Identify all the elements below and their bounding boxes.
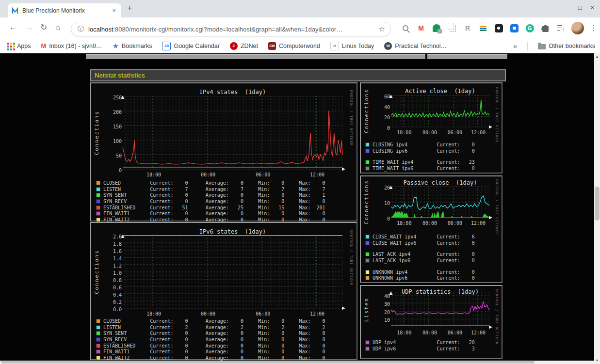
rrdtool-watermark: RRDTOOL / TOBI OETIKER [349, 230, 353, 285]
x-tick-label: 12:00 [468, 130, 489, 135]
y-tick-label: 2.0 [101, 234, 122, 239]
legend-row: CLOSED Current: 0 Average: 0 Min: 0 Max:… [96, 318, 325, 324]
scroll-up-icon[interactable]: ▲ [594, 53, 600, 60]
legend-row: SYN_SENT Current: 0 Average: 0 Min: 0 Ma… [96, 192, 325, 198]
x-tick-label: 00:00 [197, 311, 219, 317]
home-icon[interactable]: ⌂ [55, 23, 60, 32]
page-content: Netstat statistics IPv4 states (1day) Co… [0, 53, 600, 364]
y-tick-label: 20 [370, 115, 390, 120]
y-tick-label: 0.4 [101, 292, 122, 298]
legend-row: LISTEN Current: 2 Average: 2 Min: 2 Max:… [96, 324, 325, 331]
browser-window: Blue Precision Monitorix × + — □ × ← → ↻… [0, 0, 600, 364]
search-extension-icon[interactable] [401, 23, 410, 33]
maximize-button[interactable]: □ [578, 4, 582, 11]
legend-text: CLOSED Current: 0 Average: 0 Min: 0 Max:… [103, 180, 325, 186]
bookmark-bookmarks[interactable]: ★Bookmarks [112, 42, 152, 50]
password-manager-extension-icon[interactable] [494, 23, 503, 33]
bookmarks-overflow-chevron[interactable]: » [513, 42, 517, 50]
legend-text: SYN_SENT Current: 0 Average: 0 Min: 0 Ma… [103, 192, 325, 198]
horizontal-scrollbar-thumb[interactable] [1, 361, 535, 364]
bookmark-inbox[interactable]: MInbox (16) - sjvn0… [41, 42, 102, 49]
new-tab-button[interactable]: + [127, 3, 132, 14]
vertical-scrollbar-thumb[interactable] [595, 187, 600, 221]
forward-icon[interactable]: → [25, 23, 33, 32]
legend-color-swatch [96, 218, 100, 222]
legend-color-swatch [365, 235, 370, 239]
legend-text: SYN_SENT Current: 0 Average: 0 Min: 0 Ma… [103, 331, 325, 336]
y-tick-label: 30 [370, 301, 390, 307]
kebab-menu-icon[interactable]: ⋮ [590, 24, 597, 32]
site-info-icon[interactable]: ⓘ [78, 25, 84, 33]
tab-close-icon[interactable]: × [111, 7, 117, 14]
hangouts-extension-icon[interactable]: ? [432, 23, 441, 33]
r-extension-icon[interactable]: R [463, 23, 472, 33]
tab-strip: Blue Precision Monitorix × + — □ × [0, 0, 600, 17]
legend-color-swatch [96, 193, 100, 197]
y-tick-label: 250 [101, 95, 122, 100]
grammarly-extension-icon[interactable]: G [525, 23, 535, 33]
legend-color-swatch [96, 319, 100, 323]
legend-text: LISTEN Current: 7 Average: 7 Min: 7 Max:… [103, 187, 325, 192]
other-bookmarks[interactable]: Other bookmarks [538, 43, 595, 49]
legend-text: UNKNOWN ipv4 Current: 0 [373, 269, 475, 275]
back-icon[interactable]: ← [9, 23, 17, 32]
legend-text: TIME_WAIT ipv4 Current: 23 [373, 159, 475, 165]
legend-text: ESTABLISHED Current: 51 Average: 25 Min:… [103, 205, 325, 210]
legend-row: CLOSING ipv6 Current: 0 [365, 148, 475, 154]
profile-avatar[interactable] [571, 22, 584, 34]
x-tick-label: 18:00 [143, 311, 164, 317]
browser-tab[interactable]: Blue Precision Monitorix × [8, 3, 121, 17]
meet-extension-icon[interactable] [509, 23, 519, 33]
gmail-m-icon: M [41, 42, 47, 49]
bookmark-linux-today[interactable]: ltLinux Today [330, 42, 374, 50]
y-tick-label: 1.2 [101, 263, 122, 269]
rrdtool-watermark: RRDTOOL / TOBI OETIKER [495, 87, 499, 143]
y-tick-label: 200 [101, 110, 122, 115]
legend-text: UDP ipv6 Current: 3 [373, 346, 475, 351]
dark-bulb-icon [495, 24, 503, 32]
extensions-puzzle-icon[interactable] [540, 23, 550, 33]
y-tick-label: 50 [101, 153, 122, 158]
legend-text: FIN_WAIT1 Current: 0 Average: 0 Min: 0 M… [103, 211, 325, 216]
scroll-down-icon[interactable]: ▼ [594, 357, 600, 364]
previous-section-border [86, 54, 425, 59]
ipv6-legend: CLOSED Current: 0 Average: 0 Min: 0 Max:… [96, 318, 325, 361]
address-bar[interactable]: ⓘ localhost:8080/monitorix-cgi/monitorix… [71, 22, 391, 36]
close-button[interactable]: × [590, 4, 594, 11]
udp-statistics-graph[interactable] [391, 292, 489, 327]
y-tick-label: 1.0 [101, 270, 122, 276]
vertical-scrollbar[interactable]: ▲ ▼ [594, 53, 600, 364]
bookmark-practical-technology[interactable]: WPractical Technol… [384, 42, 447, 50]
books-stack-extension-icon[interactable] [478, 23, 488, 33]
ipv4-states-graph[interactable] [123, 96, 342, 169]
legend-text: TIME_WAIT ipv6 Current: 0 [373, 166, 475, 171]
bookmark-google-calendar[interactable]: 28Google Calendar [162, 42, 220, 50]
active-close-graph[interactable] [391, 95, 489, 127]
camera-icon [510, 24, 519, 32]
legend-row: CLOSING ipv4 Current: 0 [365, 142, 475, 148]
x-tick-label: 12:00 [468, 330, 489, 335]
apps-shortcut[interactable]: Apps [7, 42, 31, 49]
media-queue-icon[interactable]: ♪ [556, 23, 566, 33]
ipv6-states-graph[interactable] [123, 236, 342, 308]
passive-close-graph[interactable] [391, 187, 489, 218]
x-tick-label: 18:00 [393, 221, 415, 226]
url-text: localhost:8080/monitorix-cgi/monitorix.c… [88, 26, 373, 33]
x-tick-label: 18:00 [393, 330, 415, 335]
bookmark-star-icon[interactable]: ☆ [379, 25, 385, 33]
horizontal-scrollbar[interactable] [0, 361, 594, 364]
x-tick-label: 06:00 [252, 172, 274, 177]
legend-color-swatch [96, 187, 100, 191]
copy-pages-extension-icon[interactable] [447, 23, 457, 33]
legend-text: UDP ipv4 Current: 20 [373, 340, 475, 345]
bookmark-computerworld[interactable]: CWComputerworld [268, 42, 320, 50]
legend-row: FIN_WAIT2 Current: 0 Average: 0 Min: 0 M… [96, 355, 325, 361]
reload-icon[interactable]: ↻ [40, 23, 47, 32]
minimize-button[interactable]: — [563, 4, 569, 11]
linux-today-icon: lt [330, 42, 339, 50]
x-tick-label: 06:00 [252, 311, 274, 317]
udp-legend: UDP ipv4 Current: 20UDP ipv6 Current: 3 [365, 339, 475, 351]
y-axis-label: Connections [94, 111, 99, 155]
bookmark-zdnet[interactable]: ZZDNet [230, 42, 258, 50]
gmail-extension-icon[interactable]: M [416, 23, 426, 33]
